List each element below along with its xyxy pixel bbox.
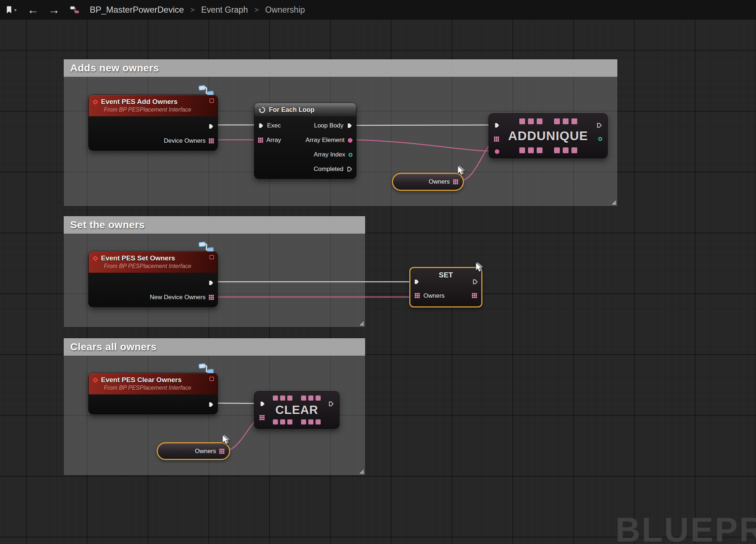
exec-input-pin[interactable] — [414, 279, 419, 285]
delegate-pin[interactable] — [210, 99, 214, 103]
chevron-down-icon: ▾ — [14, 7, 17, 13]
array-pin-icon — [209, 138, 214, 143]
exec-output-pin[interactable] — [472, 279, 478, 285]
back-button[interactable]: ← — [22, 0, 43, 20]
node-set-owners[interactable]: SET Owners — [409, 267, 482, 307]
forward-button[interactable]: → — [43, 0, 64, 20]
event-node-title: Event PES Add Owners — [101, 98, 178, 106]
node-for-each-loop[interactable]: For Each Loop Exec Loop Body Array — [254, 103, 356, 179]
watermark: BLUEPR — [615, 510, 756, 544]
delegate-pin[interactable] — [210, 255, 214, 259]
exec-output-pin[interactable] — [596, 122, 602, 128]
variable-node-owners-get-top[interactable]: Owners — [392, 173, 464, 191]
breadcrumb-separator-icon: > — [190, 6, 195, 14]
node-addunique[interactable]: ADDUNIQUE — [489, 113, 608, 158]
pin-label: Array — [266, 137, 281, 144]
node-clear[interactable]: CLEAR — [254, 391, 339, 429]
array-deco-top — [254, 396, 339, 401]
bookmark-button[interactable]: ▾ — [0, 0, 22, 20]
event-node-title: Event PES Set Owners — [101, 254, 175, 262]
device-owners-array-pin[interactable]: Device Owners — [164, 137, 214, 145]
exec-input-pin[interactable] — [494, 122, 500, 128]
loop-icon — [259, 106, 266, 113]
variable-label: Owners — [428, 178, 450, 185]
graph-icon — [69, 5, 80, 15]
event-node-subtitle: From BP PESPlacement Interface — [104, 385, 212, 391]
comment-header[interactable]: Adds new owners — [64, 59, 617, 77]
owners-input-pin[interactable] — [415, 293, 420, 298]
new-device-owners-array-pin[interactable]: New Device Owners — [150, 294, 214, 301]
event-node-subtitle: From BP PESPlacement Interface — [104, 106, 212, 113]
return-index-pin[interactable] — [598, 137, 602, 141]
back-arrow-icon: ← — [27, 4, 39, 16]
mouse-cursor — [221, 434, 232, 445]
mouse-cursor — [457, 165, 468, 176]
exec-output-pin[interactable] — [328, 401, 334, 407]
event-icon — [93, 255, 98, 261]
event-node-header[interactable]: Event PES Add Owners From BP PESPlacemen… — [89, 95, 217, 116]
pin-label: Completed — [314, 166, 343, 173]
resize-handle-icon[interactable] — [611, 199, 617, 205]
breadcrumb-item-blueprint[interactable]: BP_MasterPowerDevice — [90, 5, 184, 15]
toolbar: ▾ ← → BP_MasterPowerDevice > Event Graph… — [0, 0, 756, 20]
array-pin-icon[interactable] — [219, 449, 224, 454]
event-icon — [93, 99, 98, 105]
bookmark-icon — [6, 6, 12, 14]
pin-label: Array Index — [314, 151, 345, 158]
event-node-header[interactable]: Event PES Clear Owners From BP PESPlacem… — [89, 373, 217, 394]
completed-pin[interactable]: Completed — [314, 166, 352, 173]
breadcrumb-separator-icon: > — [254, 6, 259, 14]
event-icon — [93, 377, 98, 383]
array-element-pin[interactable]: Array Element — [305, 137, 352, 144]
node-event-pes-set-owners[interactable]: Event PES Set Owners From BP PESPlacemen… — [88, 251, 218, 307]
exec-output-pin[interactable] — [208, 280, 214, 286]
addunique-title: ADDUNIQUE — [508, 129, 588, 143]
pin-label: Owners — [423, 292, 445, 300]
event-node-header[interactable]: Event PES Set Owners From BP PESPlacemen… — [89, 251, 217, 273]
array-pin-icon — [209, 295, 214, 300]
event-node-subtitle: From BP PESPlacement Interface — [104, 263, 212, 269]
exec-input-pin[interactable] — [259, 401, 265, 407]
pin-label: Device Owners — [164, 137, 206, 145]
resize-handle-icon[interactable] — [358, 468, 364, 474]
target-array-pin[interactable] — [494, 137, 499, 142]
array-deco-bottom — [254, 419, 339, 424]
array-index-pin[interactable]: Array Index — [314, 151, 352, 158]
comment-header[interactable]: Clears all owners — [64, 338, 365, 356]
breadcrumb: BP_MasterPowerDevice > Event Graph > Own… — [90, 5, 305, 15]
pin-label: New Device Owners — [150, 294, 206, 301]
loop-body-pin[interactable]: Loop Body — [314, 122, 352, 129]
variable-label: Owners — [195, 448, 216, 455]
array-pin-icon[interactable] — [453, 179, 458, 184]
comment-title: Clears all owners — [70, 341, 157, 353]
breadcrumb-item-ownership[interactable]: Ownership — [265, 5, 305, 15]
delegate-pin[interactable] — [210, 377, 214, 381]
comment-title: Set the owners — [70, 219, 145, 231]
exec-input-pin[interactable]: Exec — [258, 122, 281, 129]
exec-output-pin[interactable] — [208, 124, 214, 129]
pin-label: Array Element — [305, 137, 345, 144]
array-deco-top — [489, 118, 607, 124]
event-node-title: Event PES Clear Owners — [101, 376, 182, 384]
variable-node-owners-get-bottom[interactable]: Owners — [157, 442, 230, 460]
pin-label: Exec — [267, 122, 281, 129]
breadcrumb-item-event-graph[interactable]: Event Graph — [201, 5, 248, 15]
array-input-pin[interactable]: Array — [258, 137, 281, 144]
foreach-node-title: For Each Loop — [269, 106, 314, 114]
node-event-pes-add-owners[interactable]: Event PES Add Owners From BP PESPlacemen… — [88, 95, 218, 151]
element-pin-icon — [348, 138, 352, 143]
pin-label: Loop Body — [314, 122, 343, 129]
comment-header[interactable]: Set the owners — [64, 216, 365, 234]
graph-icon-button[interactable] — [64, 0, 85, 20]
graph-canvas[interactable]: Adds new owners Set the owners Clears al… — [0, 0, 756, 544]
new-item-pin[interactable] — [495, 149, 499, 154]
node-event-pes-clear-owners[interactable]: Event PES Clear Owners From BP PESPlacem… — [88, 373, 218, 414]
exec-output-pin[interactable] — [208, 402, 214, 407]
foreach-node-header[interactable]: For Each Loop — [254, 103, 356, 116]
index-pin-icon — [349, 153, 352, 157]
resize-handle-icon[interactable] — [358, 320, 364, 326]
array-deco-bottom — [489, 147, 607, 153]
target-array-pin[interactable] — [259, 415, 265, 420]
set-node-title: SET — [410, 271, 481, 279]
owners-output-pin[interactable] — [472, 293, 477, 298]
